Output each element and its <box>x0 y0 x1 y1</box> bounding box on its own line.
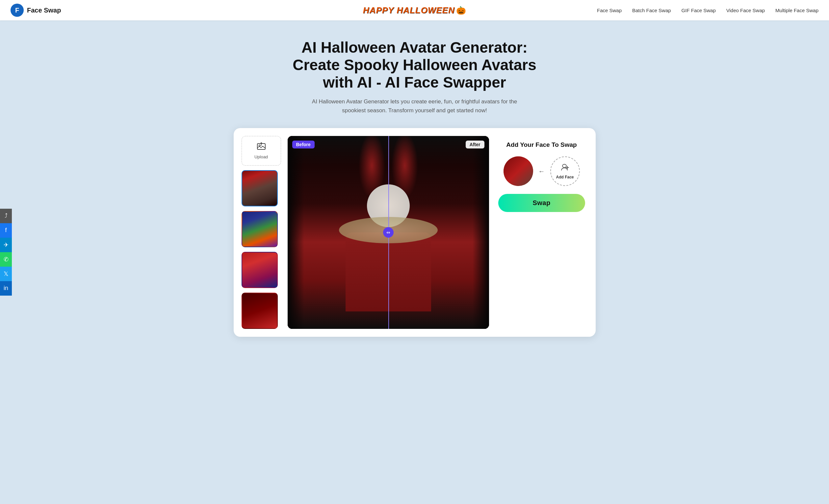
before-label: Before <box>292 141 315 148</box>
arrow-icon: ← <box>538 168 545 175</box>
hero-title: AI Halloween Avatar Generator: Create Sp… <box>280 39 550 91</box>
nav-links: Face Swap Batch Face Swap GIF Face Swap … <box>597 8 819 13</box>
person-plus-icon <box>561 163 569 174</box>
twitter-button[interactable]: 𝕏 <box>0 267 12 281</box>
nav-face-swap[interactable]: Face Swap <box>597 8 622 13</box>
thumbnail-1[interactable] <box>242 170 278 206</box>
thumbnail-4[interactable] <box>242 293 278 329</box>
left-panel: Upload <box>242 136 281 329</box>
main-card: Upload <box>233 128 596 337</box>
source-face-avatar <box>504 156 533 186</box>
thumbnail-2[interactable] <box>242 211 278 247</box>
right-panel: Add Your Face To Swap ← Add Face <box>496 136 588 329</box>
face-swap-row: ← Add Face <box>504 156 580 186</box>
after-label: After <box>466 141 484 148</box>
logo-icon: F <box>10 4 24 17</box>
svg-rect-2 <box>563 164 566 168</box>
nav-batch-face-swap[interactable]: Batch Face Swap <box>632 8 671 13</box>
whatsapp-button[interactable]: ✆ <box>0 252 12 267</box>
telegram-button[interactable]: ✈ <box>0 238 12 252</box>
add-face-title: Add Your Face To Swap <box>506 141 577 148</box>
header: F Face Swap HAPPY HALLOWEEN 🎃 Face Swap … <box>0 0 829 21</box>
hero-section: AI Halloween Avatar Generator: Create Sp… <box>0 21 829 128</box>
facebook-button[interactable]: f <box>0 223 12 238</box>
logo-link[interactable]: F Face Swap <box>10 4 61 17</box>
nav-gif-face-swap[interactable]: GIF Face Swap <box>682 8 716 13</box>
swap-button[interactable]: Swap <box>498 194 585 212</box>
share-button[interactable]: ⤴ <box>0 209 12 223</box>
add-face-label: Add Face <box>556 175 574 179</box>
nav-video-face-swap[interactable]: Video Face Swap <box>726 8 765 13</box>
before-after-viewer: Before After ⇔ <box>288 136 489 329</box>
halloween-banner-container: HAPPY HALLOWEEN 🎃 <box>363 5 466 15</box>
nav-multiple-face-swap[interactable]: Multiple Face Swap <box>776 8 819 13</box>
image-container: Before After ⇔ <box>288 136 489 329</box>
hero-subtitle: AI Halloween Avatar Generator lets you c… <box>303 97 527 115</box>
add-face-button[interactable]: Add Face <box>550 156 580 186</box>
upload-icon <box>257 142 266 152</box>
social-sidebar: ⤴ f ✈ ✆ 𝕏 in <box>0 209 12 296</box>
linkedin-button[interactable]: in <box>0 281 12 296</box>
thumbnail-3[interactable] <box>242 252 278 288</box>
logo-text: Face Swap <box>27 7 61 14</box>
upload-button[interactable]: Upload <box>242 136 281 166</box>
drag-handle[interactable]: ⇔ <box>383 227 394 238</box>
upload-label: Upload <box>254 154 268 159</box>
halloween-banner: HAPPY HALLOWEEN <box>363 5 455 15</box>
